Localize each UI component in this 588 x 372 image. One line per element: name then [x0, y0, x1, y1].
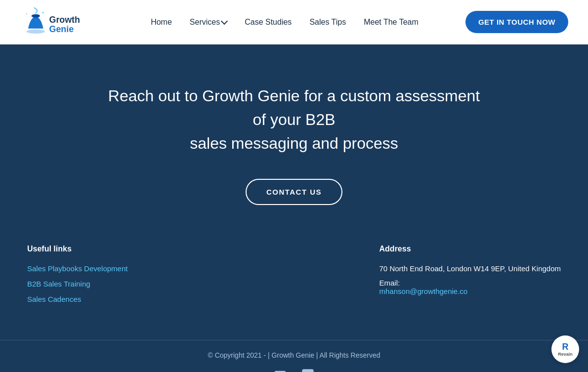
chevron-down-icon	[221, 18, 228, 25]
link-sales-cadences[interactable]: Sales Cadences	[27, 295, 127, 303]
svg-text:✦: ✦	[26, 12, 28, 15]
address-column: Address 70 North End Road, London W14 9E…	[379, 245, 561, 310]
nav-sales-tips[interactable]: Sales Tips	[309, 18, 346, 27]
footer-links-section: Useful links Sales Playbooks Development…	[22, 245, 566, 310]
logo[interactable]: ✦ ✦ Growth Genie	[20, 7, 104, 37]
revain-label: Revain	[558, 352, 573, 357]
nav-case-studies[interactable]: Case Studies	[245, 18, 292, 27]
site-header: ✦ ✦ Growth Genie Home Services Case Stud…	[0, 0, 588, 44]
logo-svg: ✦ ✦ Growth Genie	[20, 7, 104, 37]
svg-text:Growth: Growth	[49, 14, 80, 24]
svg-text:Genie: Genie	[49, 24, 74, 34]
main-content: Reach out to Growth Genie for a custom a…	[0, 44, 588, 340]
email-link[interactable]: mhanson@growthgenie.co	[379, 287, 561, 295]
social-icons: in	[271, 366, 317, 372]
get-in-touch-button[interactable]: GET IN TOUCH NOW	[465, 11, 568, 33]
link-b2b-sales-training[interactable]: B2B Sales Training	[27, 280, 127, 288]
nav-meet-team[interactable]: Meet The Team	[364, 18, 419, 27]
linkedin-icon[interactable]: in	[299, 366, 317, 372]
youtube-icon[interactable]	[271, 366, 289, 372]
nav-home[interactable]: Home	[151, 18, 172, 27]
nav-services[interactable]: Services	[190, 18, 227, 27]
main-nav: Home Services Case Studies Sales Tips Me…	[151, 18, 419, 27]
svg-point-1	[32, 14, 40, 17]
revain-badge[interactable]: R Revain	[551, 335, 579, 363]
contact-us-button[interactable]: CONTACT US	[246, 179, 342, 205]
tagline: Reach out to Growth Genie for a custom a…	[106, 84, 482, 155]
email-line: Email: mhanson@growthgenie.co	[379, 279, 561, 295]
useful-links-heading: Useful links	[27, 245, 127, 253]
useful-links-column: Useful links Sales Playbooks Development…	[27, 245, 127, 310]
copyright-text: © Copyright 2021 - | Growth Genie | All …	[208, 351, 380, 359]
svg-point-0	[27, 29, 45, 33]
address-heading: Address	[379, 245, 561, 253]
link-sales-playbooks[interactable]: Sales Playbooks Development	[27, 264, 127, 273]
copyright-bar: © Copyright 2021 - | Growth Genie | All …	[0, 340, 588, 372]
address-line: 70 North End Road, London W14 9EP, Unite…	[379, 264, 561, 273]
svg-text:✦: ✦	[42, 11, 44, 14]
